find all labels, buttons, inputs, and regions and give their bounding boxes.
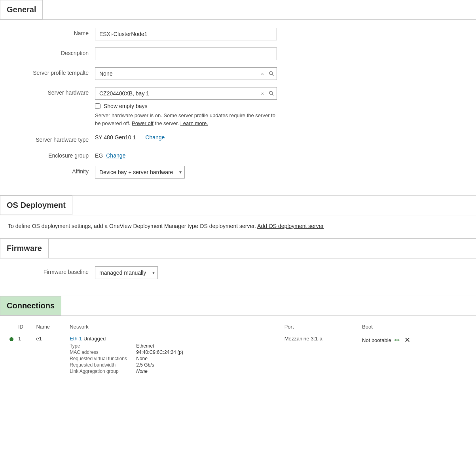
- conn-port: Mezzanine 3:1-a: [284, 336, 322, 342]
- col-network: Network: [68, 322, 283, 333]
- connections-content: ID Name Network Port Boot 1: [0, 316, 476, 382]
- affinity-row: Affinity Device bay + server hardware De…: [0, 166, 476, 179]
- os-deployment-description: To define OS deployment settings, add a …: [0, 215, 476, 238]
- firmware-section: Firmware Firmware baseline managed manua…: [0, 239, 476, 296]
- name-input[interactable]: [95, 28, 277, 40]
- learn-more-link[interactable]: Learn more.: [180, 120, 208, 126]
- conn-name: e1: [36, 336, 42, 342]
- description-row: Description: [0, 48, 476, 60]
- os-deployment-title: OS Deployment: [0, 196, 72, 215]
- os-deployment-section: OS Deployment To define OS deployment se…: [0, 196, 476, 238]
- conn-id: 1: [18, 336, 21, 342]
- firmware-content: Firmware baseline managed manually SPP b…: [0, 258, 476, 296]
- conn-delete-button[interactable]: ✕: [403, 336, 412, 344]
- conn-name-cell: e1: [34, 333, 68, 376]
- server-hardware-row: Server hardware × Show empty ba: [0, 87, 476, 127]
- col-id: ID: [17, 322, 34, 333]
- show-empty-bays-label: Show empty bays: [104, 103, 148, 109]
- general-title: General: [0, 0, 43, 19]
- vf-label: Requested virtual functions: [70, 356, 133, 361]
- enclosure-group-field: EG Change: [95, 150, 277, 159]
- conn-status-cell: [8, 333, 17, 376]
- server-hardware-clear-btn[interactable]: ×: [258, 91, 266, 97]
- server-profile-template-search-btn[interactable]: [266, 71, 277, 76]
- conn-id-cell: 1: [17, 333, 34, 376]
- firmware-baseline-label: Firmware baseline: [8, 266, 95, 275]
- conn-network-cell: Eth-1 Untagged Type Ethernet MAC address…: [68, 333, 283, 376]
- name-label: Name: [8, 28, 95, 36]
- affinity-field: Device bay + server hardware Device bay: [95, 166, 277, 179]
- type-value: Ethernet: [136, 343, 280, 349]
- table-row: 1 e1 Eth-1 Untagged Type Ethernet MAC ad…: [8, 333, 468, 376]
- enclosure-group-value: EG: [95, 152, 103, 159]
- server-profile-template-input[interactable]: [95, 68, 258, 79]
- enclosure-group-label: Enclosure group: [8, 150, 95, 159]
- conn-boot-cell: Not bootable ✏ ✕: [360, 333, 459, 376]
- firmware-baseline-field: managed manually SPP baseline Custom bas…: [95, 266, 277, 279]
- show-empty-bays-checkbox[interactable]: [95, 103, 101, 109]
- firmware-baseline-select-wrapper: managed manually SPP baseline Custom bas…: [95, 266, 158, 279]
- conn-edit-button[interactable]: ✏: [393, 336, 401, 344]
- mac-label: MAC address: [70, 350, 133, 355]
- server-profile-template-clear-btn[interactable]: ×: [258, 71, 266, 77]
- vf-value: None: [136, 356, 280, 361]
- name-field: [95, 28, 277, 40]
- firmware-baseline-row: Firmware baseline managed manually SPP b…: [0, 266, 476, 279]
- mac-value: 94:40:C9:6C:24:24 (p): [136, 350, 280, 355]
- conn-network-tag: Untagged: [83, 336, 106, 342]
- connections-header-wrapper: Connections: [0, 296, 476, 315]
- power-off-link[interactable]: Power off: [132, 120, 154, 126]
- enclosure-group-row: Enclosure group EG Change: [0, 150, 476, 159]
- svg-point-2: [269, 91, 273, 95]
- server-hardware-search-btn[interactable]: [266, 91, 277, 96]
- change-hw-type-button[interactable]: Change: [145, 134, 165, 141]
- svg-line-1: [272, 74, 274, 76]
- boot-actions: Not bootable ✏ ✕: [362, 336, 456, 344]
- server-hardware-input-wrapper: ×: [95, 87, 277, 100]
- lag-label: Link Aggregation group: [70, 369, 133, 374]
- server-hardware-input[interactable]: [95, 88, 258, 99]
- bw-label: Requested bandwidth: [70, 362, 133, 368]
- affinity-select[interactable]: Device bay + server hardware Device bay: [95, 166, 185, 179]
- affinity-label: Affinity: [8, 166, 95, 175]
- name-row: Name: [0, 28, 476, 40]
- svg-point-0: [269, 72, 273, 75]
- server-profile-template-field: ×: [95, 67, 277, 80]
- firmware-header: Firmware: [0, 239, 476, 258]
- affinity-select-wrapper: Device bay + server hardware Device bay: [95, 166, 185, 179]
- add-os-deployment-server-link[interactable]: Add OS deployment server: [257, 223, 324, 229]
- server-profile-template-label: Server profile tempalte: [8, 67, 95, 76]
- description-input[interactable]: [95, 48, 277, 60]
- server-hardware-type-field: SY 480 Gen10 1 Change: [95, 134, 277, 141]
- conn-port-cell: Mezzanine 3:1-a: [283, 333, 360, 376]
- conn-status-dot: [9, 337, 13, 341]
- server-hardware-type-row: Server hardware type SY 480 Gen10 1 Chan…: [0, 134, 476, 143]
- power-note: Server hardware power is on. Some server…: [95, 112, 277, 127]
- bw-value: 2.5 Gb/s: [136, 362, 280, 368]
- conn-boot: Not bootable: [362, 337, 391, 343]
- connections-title: Connections: [0, 296, 61, 315]
- col-boot: Boot: [360, 322, 459, 333]
- firmware-baseline-select[interactable]: managed manually SPP baseline Custom bas…: [95, 266, 158, 279]
- type-label: Type: [70, 343, 133, 349]
- os-deployment-header: OS Deployment: [0, 196, 476, 215]
- description-field: [95, 48, 277, 60]
- col-actions: [459, 322, 468, 333]
- server-hardware-label: Server hardware: [8, 87, 95, 96]
- col-status: [8, 322, 17, 333]
- col-name: Name: [34, 322, 68, 333]
- change-eg-button[interactable]: Change: [106, 152, 125, 159]
- server-profile-template-input-wrapper: ×: [95, 67, 277, 80]
- conn-sub-details: Type Ethernet MAC address 94:40:C9:6C:24…: [70, 343, 280, 374]
- server-hardware-field: × Show empty bays Server hardware: [95, 87, 277, 127]
- enclosure-row-value: EG Change: [95, 150, 277, 159]
- connections-table-header-row: ID Name Network Port Boot: [8, 322, 468, 333]
- hw-type-row: SY 480 Gen10 1 Change: [95, 134, 277, 141]
- server-hardware-type-label: Server hardware type: [8, 134, 95, 143]
- col-port: Port: [283, 322, 360, 333]
- server-profile-template-row: Server profile tempalte ×: [0, 67, 476, 80]
- general-header: General: [0, 0, 476, 19]
- conn-network-link[interactable]: Eth-1: [70, 336, 82, 342]
- server-hardware-type-value: SY 480 Gen10 1: [95, 134, 136, 141]
- description-label: Description: [8, 48, 95, 56]
